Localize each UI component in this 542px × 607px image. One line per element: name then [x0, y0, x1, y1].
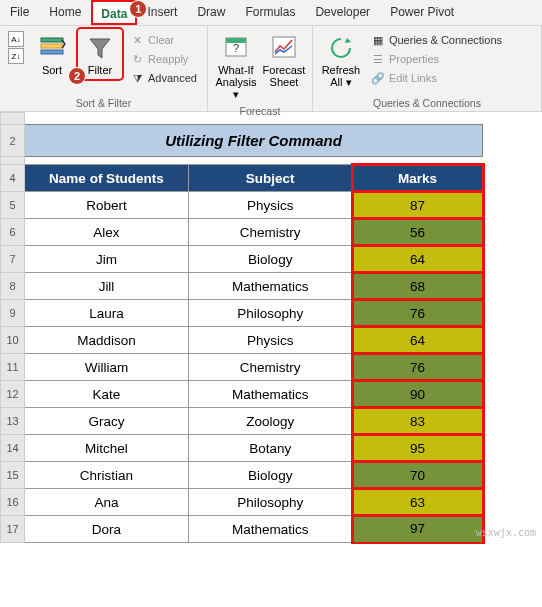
cell-name[interactable]: Kate — [25, 381, 189, 408]
cell-subject[interactable]: Philosophy — [189, 300, 353, 327]
cell-name[interactable]: William — [25, 354, 189, 381]
table-row[interactable]: 5RobertPhysics87 — [1, 192, 483, 219]
cell-subject[interactable]: Physics — [189, 327, 353, 354]
cell-marks[interactable]: 76 — [353, 300, 483, 327]
cell-subject[interactable]: Mathematics — [189, 516, 353, 543]
tab-file[interactable]: File — [0, 0, 39, 25]
table-row[interactable]: 12KateMathematics90 — [1, 381, 483, 408]
table-row[interactable]: 15ChristianBiology70 — [1, 462, 483, 489]
tab-data[interactable]: Data 1 — [91, 0, 137, 25]
cell-subject[interactable]: Philosophy — [189, 489, 353, 516]
row-header[interactable]: 2 — [1, 125, 25, 157]
table-row[interactable]: 14MitchelBotany95 — [1, 435, 483, 462]
row-header[interactable]: 7 — [1, 246, 25, 273]
cell-subject[interactable]: Physics — [189, 192, 353, 219]
row-header[interactable]: 15 — [1, 462, 25, 489]
tab-home[interactable]: Home — [39, 0, 91, 25]
table-row[interactable]: 7JimBiology64 — [1, 246, 483, 273]
row-header[interactable]: 14 — [1, 435, 25, 462]
cell-name[interactable]: Dora — [25, 516, 189, 543]
advanced-filter[interactable]: ⧩ Advanced — [126, 69, 201, 87]
row-header[interactable]: 16 — [1, 489, 25, 516]
cell-marks[interactable]: 56 — [353, 219, 483, 246]
table-row[interactable]: 17DoraMathematics97 — [1, 516, 483, 543]
group-sort-filter: A↓ Z↓ Sort Filter 2 ✕ Clear — [0, 26, 208, 111]
svg-text:?: ? — [233, 42, 239, 54]
cell-name[interactable]: Jill — [25, 273, 189, 300]
advanced-label: Advanced — [148, 72, 197, 84]
cell-marks[interactable]: 70 — [353, 462, 483, 489]
refresh-all-button[interactable]: RefreshAll ▾ — [319, 29, 363, 91]
table-row[interactable]: 10MaddisonPhysics64 — [1, 327, 483, 354]
cell-subject[interactable]: Chemistry — [189, 354, 353, 381]
title-row[interactable]: 2 Utilizing Filter Command — [1, 125, 483, 157]
tab-powerpivot[interactable]: Power Pivot — [380, 0, 464, 25]
row-header[interactable]: 11 — [1, 354, 25, 381]
cell-name[interactable]: Laura — [25, 300, 189, 327]
reapply-filter: ↻ Reapply — [126, 50, 201, 68]
sort-button[interactable]: Sort — [30, 29, 74, 79]
cell-name[interactable]: Gracy — [25, 408, 189, 435]
tab-developer[interactable]: Developer — [305, 0, 380, 25]
sort-az-za[interactable]: A↓ Z↓ — [6, 29, 26, 66]
cell-subject[interactable]: Mathematics — [189, 273, 353, 300]
filter-button[interactable]: Filter 2 — [78, 29, 122, 79]
table-row[interactable]: 9LauraPhilosophy76 — [1, 300, 483, 327]
cell-marks[interactable]: 68 — [353, 273, 483, 300]
refresh-l2: All — [330, 76, 342, 88]
cell-subject[interactable]: Mathematics — [189, 381, 353, 408]
cell-subject[interactable]: Chemistry — [189, 219, 353, 246]
table-row[interactable]: 8JillMathematics68 — [1, 273, 483, 300]
worksheet[interactable]: 2 Utilizing Filter Command 4 Name of Stu… — [0, 112, 542, 544]
cell-marks[interactable]: 63 — [353, 489, 483, 516]
row-header[interactable]: 17 — [1, 516, 25, 543]
links-label: Edit Links — [389, 72, 437, 84]
header-row[interactable]: 4 Name of Students Subject Marks — [1, 165, 483, 192]
cell-marks[interactable]: 64 — [353, 327, 483, 354]
row-header[interactable]: 4 — [1, 165, 25, 192]
header-marks[interactable]: Marks — [353, 165, 483, 192]
whatif-button[interactable]: ? What-IfAnalysis ▾ — [214, 29, 258, 103]
row-header[interactable]: 10 — [1, 327, 25, 354]
title-cell[interactable]: Utilizing Filter Command — [25, 125, 483, 157]
cell-marks[interactable]: 97 — [353, 516, 483, 543]
row-header[interactable]: 6 — [1, 219, 25, 246]
queries-connections[interactable]: ▦ Queries & Connections — [367, 31, 506, 49]
cell-marks[interactable]: 90 — [353, 381, 483, 408]
table-row[interactable]: 11WilliamChemistry76 — [1, 354, 483, 381]
row-header[interactable]: 12 — [1, 381, 25, 408]
ribbon-tabs: File Home Data 1 Insert Draw Formulas De… — [0, 0, 542, 26]
table-row[interactable]: 13GracyZoology83 — [1, 408, 483, 435]
row-header[interactable]: 5 — [1, 192, 25, 219]
forecast-sheet-button[interactable]: ForecastSheet — [262, 29, 306, 91]
group-forecast: ? What-IfAnalysis ▾ ForecastSheet Foreca… — [208, 26, 313, 111]
tab-formulas[interactable]: Formulas — [235, 0, 305, 25]
cell-marks[interactable]: 95 — [353, 435, 483, 462]
cell-name[interactable]: Maddison — [25, 327, 189, 354]
row-header[interactable]: 13 — [1, 408, 25, 435]
cell-name[interactable]: Robert — [25, 192, 189, 219]
header-subject[interactable]: Subject — [189, 165, 353, 192]
clear-filter: ✕ Clear — [126, 31, 201, 49]
cell-marks[interactable]: 76 — [353, 354, 483, 381]
cell-marks[interactable]: 87 — [353, 192, 483, 219]
cell-subject[interactable]: Zoology — [189, 408, 353, 435]
cell-name[interactable]: Jim — [25, 246, 189, 273]
ribbon: A↓ Z↓ Sort Filter 2 ✕ Clear — [0, 26, 542, 112]
table-row[interactable]: 6AlexChemistry56 — [1, 219, 483, 246]
cell-name[interactable]: Mitchel — [25, 435, 189, 462]
cell-name[interactable]: Alex — [25, 219, 189, 246]
cell-marks[interactable]: 83 — [353, 408, 483, 435]
cell-subject[interactable]: Biology — [189, 246, 353, 273]
cell-name[interactable]: Christian — [25, 462, 189, 489]
group-label-connections: Queries & Connections — [319, 95, 535, 111]
row-header[interactable]: 9 — [1, 300, 25, 327]
header-name[interactable]: Name of Students — [25, 165, 189, 192]
table-row[interactable]: 16AnaPhilosophy63 — [1, 489, 483, 516]
cell-subject[interactable]: Botany — [189, 435, 353, 462]
tab-draw[interactable]: Draw — [187, 0, 235, 25]
cell-subject[interactable]: Biology — [189, 462, 353, 489]
cell-marks[interactable]: 64 — [353, 246, 483, 273]
row-header[interactable]: 8 — [1, 273, 25, 300]
cell-name[interactable]: Ana — [25, 489, 189, 516]
